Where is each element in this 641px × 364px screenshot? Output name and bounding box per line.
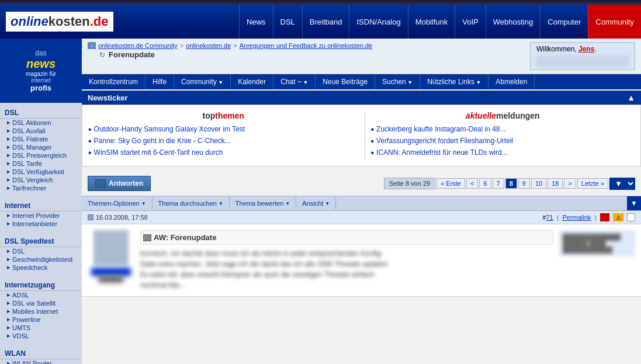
- sidebar-dsl-vergleich[interactable]: DSL Vergleich: [0, 176, 82, 184]
- post-user-stats: ██████████████ ██████ ████ ████████████: [559, 230, 635, 256]
- pagination-page-7[interactable]: 7: [493, 178, 504, 189]
- sidebar-vdsl[interactable]: VDSL: [0, 332, 82, 340]
- sidebar-mobiles-internet[interactable]: Mobiles Internet: [0, 307, 82, 316]
- breadcrumb-sep1: >: [180, 42, 183, 49]
- sidebar-section-wlan: WLAN WLAN Router: [0, 344, 82, 364]
- logo-kosten: kosten: [48, 14, 90, 29]
- pagination-first[interactable]: « Erste: [436, 178, 465, 189]
- top-nav: Kontrollzentrum Hilfe Community Kalender…: [82, 74, 641, 89]
- nav-isdn[interactable]: ISDN/Analog: [349, 5, 407, 39]
- sidebar-dsl-link[interactable]: DSL: [0, 247, 82, 255]
- nav-suchen[interactable]: Suchen: [375, 74, 420, 89]
- sidebar-dsl-verfuegbarkeit[interactable]: DSL Verfügbarkeit: [0, 168, 82, 176]
- nav-computer[interactable]: Computer: [540, 5, 588, 39]
- breadcrumb-welcome-bar: ⌂ onlinekosten.de Community > onlinekost…: [82, 39, 641, 74]
- news-grid: topthemen Outdoor-Handy Samsung Galaxy X…: [82, 105, 641, 167]
- header: onlinekosten.de News DSL Breitband ISDN/…: [0, 5, 641, 39]
- post-date-icon: [88, 214, 93, 220]
- thread-options-expand[interactable]: ▼: [627, 196, 641, 210]
- sidebar-internet-provider[interactable]: Internet Provider: [0, 212, 82, 220]
- sidebar-internetanbieter[interactable]: Internetanbieter: [0, 220, 82, 228]
- pagination-page-8[interactable]: 8: [505, 178, 517, 189]
- sidebar-section-dsl: DSL DSL Aktionen DSL Ausfall DSL Flatrat…: [0, 103, 82, 196]
- nav-nuetzliche-links[interactable]: Nützliche Links: [420, 74, 488, 89]
- post-user-area: ████████ ██████: [88, 230, 134, 290]
- nav-breitband[interactable]: Breitband: [302, 5, 349, 39]
- sidebar-geschwindigkeit[interactable]: Geschwindigkeitstest: [0, 255, 82, 264]
- sidebar-dsl-satellit[interactable]: DSL via Satellit: [0, 299, 82, 307]
- pagination-dropdown[interactable]: ▼: [609, 178, 635, 190]
- newsticker-collapse-button[interactable]: ▲: [627, 93, 635, 102]
- sidebar-dsl-preisvergleich[interactable]: DSL Preisvergleich: [0, 151, 82, 160]
- pagination-next[interactable]: >: [564, 178, 576, 189]
- breadcrumb-onlinekosten[interactable]: onlinekosten.de: [186, 42, 231, 49]
- post-meta: #71 (Permalink) ⚠: [542, 213, 635, 221]
- welcome-username[interactable]: Jens: [578, 45, 594, 53]
- newsticker-bar: Newsticker ▲: [82, 91, 641, 105]
- post-title-text: AW: Forenupdate: [154, 233, 216, 242]
- news-left-link-3[interactable]: WinSIM startet mit 6-Cent-Tarif neu durc…: [94, 148, 223, 157]
- sidebar-dsl-tarife[interactable]: DSL Tarife: [0, 160, 82, 168]
- thread-options-themen[interactable]: Themen-Optionen: [82, 197, 153, 210]
- news-right-link-3[interactable]: ICANN: Anmeldefrist für neue TLDs wird..…: [376, 148, 508, 157]
- news-left-link-2[interactable]: Panne: Sky Go geht in die Knie - C-Check…: [94, 137, 231, 145]
- news-right-item-3: ICANN: Anmeldefrist für neue TLDs wird..…: [371, 148, 635, 158]
- sidebar-wlan-router[interactable]: WLAN Router: [0, 359, 82, 364]
- post-number-link[interactable]: 71: [546, 214, 553, 221]
- sidebar-news: news: [5, 57, 77, 71]
- nav-kontrollzentrum[interactable]: Kontrollzentrum: [82, 74, 145, 89]
- nav-mobilfunk[interactable]: Mobilfunk: [408, 5, 455, 39]
- pagination-page-10[interactable]: 10: [531, 178, 546, 189]
- thread-options-bewerten[interactable]: Thema bewerten: [230, 197, 296, 210]
- sidebar-dsl-flatrate[interactable]: DSL Flatrate: [0, 135, 82, 143]
- nav-dsl[interactable]: DSL: [273, 5, 302, 39]
- post-date: 16.03.2008, 17:58: [88, 214, 148, 221]
- refresh-icon: ↻: [99, 51, 105, 59]
- breadcrumb-anregungen[interactable]: Anregungen und Feedback zu onlinekosten.…: [240, 42, 373, 49]
- nav-kalender[interactable]: Kalender: [231, 74, 273, 89]
- breadcrumb-community[interactable]: onlinekosten.de Community: [98, 42, 178, 49]
- news-left-item-2: Panne: Sky Go geht in die Knie - C-Check…: [88, 137, 359, 146]
- sidebar-internet: internet: [5, 77, 77, 84]
- nav-hilfe[interactable]: Hilfe: [145, 74, 174, 89]
- sidebar-powerline[interactable]: Powerline: [0, 316, 82, 324]
- logo-de: .de: [90, 14, 109, 29]
- news-left-title: topthemen: [88, 111, 359, 120]
- news-right-link-2[interactable]: Verfassungsgericht fordert Filesharing-U…: [376, 137, 513, 145]
- page-title: Forenupdate: [109, 50, 155, 59]
- nav-abmelden[interactable]: Abmelden: [488, 74, 535, 89]
- pagination-last[interactable]: Letzte »: [577, 178, 608, 189]
- nav-voip[interactable]: VoIP: [455, 5, 485, 39]
- news-right-item-2: Verfassungsgericht fordert Filesharing-U…: [371, 137, 635, 146]
- news-right-link-1[interactable]: Zuckerberg kaufte Instagram-Deal in 48..…: [376, 125, 505, 133]
- sidebar-speedcheck[interactable]: Speedcheck: [0, 264, 82, 272]
- nav-chat[interactable]: Chat ~: [273, 74, 316, 89]
- nav-community[interactable]: Community: [588, 5, 641, 39]
- sidebar-dsl-aktionen[interactable]: DSL Aktionen: [0, 119, 82, 127]
- news-right-title: aktuellemeldungen: [371, 111, 635, 120]
- nav-community-dropdown[interactable]: Community: [174, 74, 231, 89]
- sidebar-dsl-manager[interactable]: DSL Manager: [0, 143, 82, 151]
- nav-bar: News DSL Breitband ISDN/Analog Mobilfunk…: [113, 5, 642, 39]
- post-permalink[interactable]: Permalink: [562, 214, 591, 221]
- sidebar-dsl-ausfall[interactable]: DSL Ausfall: [0, 127, 82, 135]
- thread-options-suchen[interactable]: Thema durchsuchen: [153, 197, 230, 210]
- sidebar-tarifrechner[interactable]: Tarifrechner: [0, 184, 82, 192]
- post-username[interactable]: ████████: [91, 268, 131, 276]
- sidebar-adsl[interactable]: ADSL: [0, 291, 82, 299]
- reply-button[interactable]: Antworten: [88, 176, 151, 191]
- nav-webhosting[interactable]: Webhosting: [486, 5, 540, 39]
- post-user-title: ██████: [91, 276, 131, 282]
- thread-options-ansicht[interactable]: Ansicht: [296, 197, 336, 210]
- news-left-link-1[interactable]: Outdoor-Handy Samsung Galaxy Xcover im T…: [94, 125, 245, 133]
- nav-news[interactable]: News: [239, 5, 273, 39]
- pagination-page-18[interactable]: 18: [548, 178, 563, 189]
- post-user-details: ████████ ██████: [91, 268, 131, 282]
- sidebar-umts[interactable]: UMTS: [0, 324, 82, 332]
- pagination-prev[interactable]: <: [466, 178, 478, 189]
- post-checkbox[interactable]: [627, 213, 635, 221]
- breadcrumb-home-icon: ⌂: [88, 42, 96, 49]
- pagination-page-6[interactable]: 6: [479, 178, 491, 189]
- pagination-page-9[interactable]: 9: [518, 178, 530, 189]
- nav-neue-beitraege[interactable]: Neue Beiträge: [316, 74, 375, 89]
